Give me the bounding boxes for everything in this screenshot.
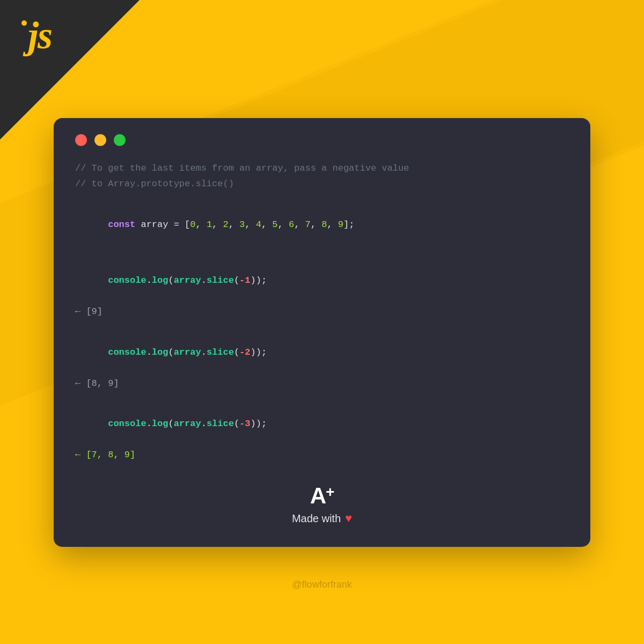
code-block: // To get the last items from an array, …	[75, 161, 569, 463]
code-card: // To get the last items from an array, …	[54, 118, 590, 547]
comment-line-1: // To get the last items from an array, …	[75, 161, 569, 177]
js-logo: js	[21, 16, 52, 55]
keyword-const: const	[108, 219, 135, 230]
array-declaration: const array = [0, 1, 2, 3, 4, 5, 6, 7, 8…	[75, 202, 569, 248]
output-1: ← [9]	[75, 304, 569, 320]
made-with-text: Made with ♥	[292, 511, 352, 525]
num-0: 0	[190, 219, 195, 230]
red-dot	[75, 134, 87, 146]
output-2: ← [8, 9]	[75, 376, 569, 392]
output-3: ← [7, 8, 9]	[75, 448, 569, 463]
orange-dot	[94, 134, 106, 146]
green-dot	[114, 134, 126, 146]
console-log-2: console.log(array.slice(-2));	[75, 330, 569, 376]
comment-line-2: // to Array.prototype.slice()	[75, 177, 569, 192]
card-footer: A+ Made with ♥	[75, 485, 569, 525]
aplus-logo: A+	[310, 485, 334, 507]
console-log-1: console.log(array.slice(-1));	[75, 258, 569, 304]
console-log-3: console.log(array.slice(-3));	[75, 401, 569, 448]
attribution: @flowforfrank	[0, 579, 644, 590]
js-dot	[21, 20, 27, 26]
traffic-lights	[75, 134, 569, 146]
array-var: array = [	[135, 219, 190, 230]
heart-icon: ♥	[345, 511, 352, 525]
